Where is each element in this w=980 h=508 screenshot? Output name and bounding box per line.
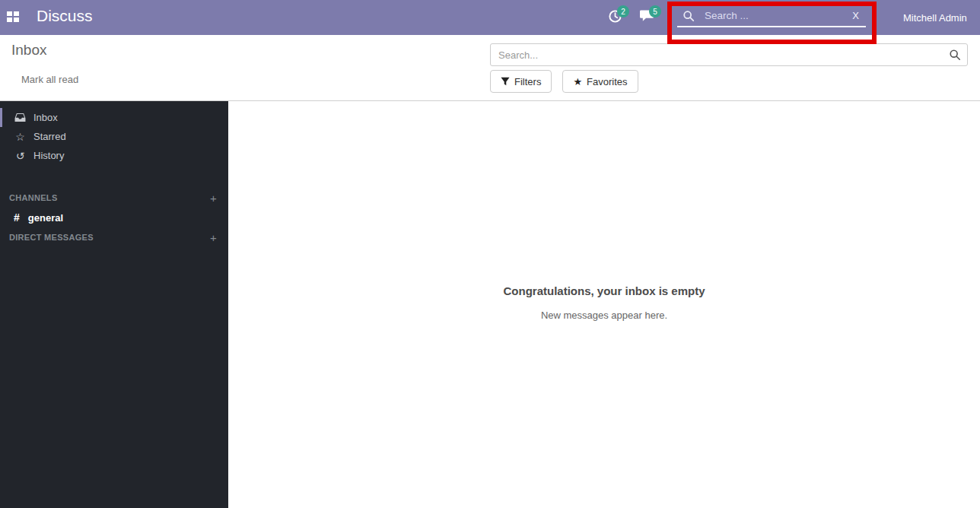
sidebar-item-inbox[interactable]: Inbox (0, 108, 228, 127)
mailbox-list: Inbox ☆ Starred ↺ History (0, 101, 228, 165)
favorites-label: Favorites (587, 76, 627, 87)
dm-section-header: DIRECT MESSAGES + (0, 227, 228, 247)
inbox-icon (14, 113, 27, 122)
mark-all-read-button[interactable]: Mark all read (21, 74, 78, 85)
filters-button[interactable]: Filters (490, 70, 552, 93)
activity-count-badge: 2 (617, 5, 629, 17)
apps-menu-icon[interactable] (7, 11, 19, 23)
clear-search-icon[interactable]: X (852, 10, 859, 21)
channels-section-header: CHANNELS + (0, 188, 228, 208)
top-navbar: Discuss 2 5 X Mitchell Admin (0, 0, 980, 35)
history-icon: ↺ (14, 151, 27, 161)
star-outline-icon: ☆ (14, 132, 27, 142)
discuss-sidebar: Inbox ☆ Starred ↺ History CHANNELS + # g… (0, 101, 228, 508)
user-avatar (880, 9, 898, 27)
activity-menu-button[interactable]: 2 (608, 9, 628, 26)
channel-label: general (28, 212, 63, 224)
content-search-box (490, 43, 968, 66)
channel-item-general[interactable]: # general (0, 208, 228, 227)
messages-menu-button[interactable]: 5 (640, 9, 660, 26)
search-icon (682, 10, 695, 22)
user-menu[interactable]: Mitchell Admin (880, 0, 967, 35)
empty-state-subtitle: New messages appear here. (228, 310, 980, 321)
filters-label: Filters (514, 76, 541, 87)
content-search-input[interactable] (490, 43, 968, 66)
channels-section-label: CHANNELS (9, 193, 58, 202)
search-facet-buttons: Filters ★ Favorites (490, 70, 638, 93)
control-panel: Inbox Mark all read Filters ★ Favorites (0, 35, 980, 101)
empty-state-title: Congratulations, your inbox is empty (228, 284, 980, 297)
hash-icon: # (14, 211, 20, 224)
sidebar-item-history[interactable]: ↺ History (0, 146, 228, 165)
sidebar-item-label: Starred (33, 131, 66, 142)
add-channel-icon[interactable]: + (210, 192, 217, 205)
breadcrumb[interactable]: Inbox (11, 42, 46, 59)
empty-state: Congratulations, your inbox is empty New… (228, 284, 980, 321)
sidebar-item-label: History (33, 150, 64, 161)
inbox-thread-panel: Congratulations, your inbox is empty New… (228, 101, 980, 508)
user-name: Mitchell Admin (903, 12, 967, 24)
filter-funnel-icon (501, 77, 510, 86)
star-icon: ★ (573, 77, 582, 87)
favorites-button[interactable]: ★ Favorites (562, 70, 638, 93)
add-dm-icon[interactable]: + (210, 231, 217, 244)
systray-search-input[interactable] (705, 10, 852, 21)
sidebar-item-starred[interactable]: ☆ Starred (0, 127, 228, 146)
search-icon[interactable] (949, 49, 961, 61)
messages-count-badge: 5 (649, 5, 661, 17)
dm-section-label: DIRECT MESSAGES (9, 233, 94, 242)
sidebar-item-label: Inbox (33, 112, 58, 123)
app-title[interactable]: Discuss (37, 7, 93, 25)
systray-search-box[interactable]: X (677, 5, 866, 27)
